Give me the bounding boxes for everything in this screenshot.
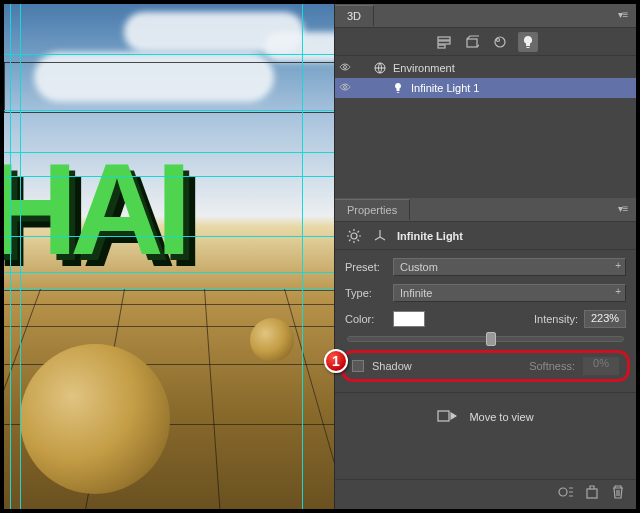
panel-menu-icon[interactable]: ▾≡ [616,203,630,217]
hay-bale [20,344,170,494]
softness-label: Softness: [529,360,575,372]
preset-label: Preset: [345,261,387,273]
svg-point-5 [496,38,499,41]
properties-panel-header: Properties ▾≡ [335,198,636,222]
type-label: Type: [345,287,387,299]
svg-rect-10 [438,411,449,421]
move-to-view-label[interactable]: Move to view [469,411,533,423]
tree-row[interactable]: Infinite Light 1 [335,78,636,98]
move-to-view-icon[interactable] [437,408,459,426]
tab-3d[interactable]: 3D [335,5,374,26]
color-label: Color: [345,313,387,325]
guide-horizontal [4,236,334,237]
guide-horizontal [4,152,334,153]
svg-point-8 [344,86,347,89]
guide-horizontal [4,272,334,273]
light-coordinates-icon[interactable] [371,227,389,245]
panel-menu-icon[interactable]: ▾≡ [616,9,630,23]
3d-filter-toolbar [335,28,636,56]
3d-viewport[interactable]: HAI [4,4,334,509]
hay-bale [250,318,294,362]
preset-dropdown[interactable]: Custom [393,258,626,276]
new-light-icon[interactable] [584,485,602,501]
guide-horizontal [4,176,334,177]
intensity-slider[interactable] [347,336,624,342]
lightbulb-icon [391,81,405,95]
filter-light-icon[interactable] [518,32,538,52]
svg-point-9 [351,233,357,239]
guide-vertical [302,4,303,509]
tree-row[interactable]: Environment [335,58,636,78]
visibility-eye-icon[interactable] [339,81,353,95]
properties-footer [335,479,636,505]
light-type-icon[interactable] [345,227,363,245]
visibility-eye-icon[interactable] [339,61,353,75]
annotation-callout: 1 [324,349,348,373]
shadow-checkbox[interactable] [352,360,364,372]
svg-rect-1 [438,41,450,44]
intensity-label: Intensity: [530,313,578,325]
filter-scene-icon[interactable] [434,32,454,52]
tree-item-label: Infinite Light 1 [411,82,480,94]
guide-horizontal [4,288,334,289]
properties-subtitle: Infinite Light [397,230,463,242]
filter-mesh-icon[interactable] [462,32,482,52]
3d-panel-header: 3D ▾≡ [335,4,636,28]
intensity-value[interactable]: 223% [584,310,626,328]
render-settings-icon[interactable] [558,485,576,501]
tab-properties[interactable]: Properties [335,199,410,220]
shadow-label: Shadow [372,360,412,372]
guide-horizontal [4,110,334,111]
svg-rect-3 [467,39,477,47]
3d-scene-tree: EnvironmentInfinite Light 1 [335,56,636,198]
guide-vertical [10,4,11,509]
svg-rect-2 [438,45,445,48]
guide-vertical [20,4,21,509]
svg-rect-12 [587,489,597,498]
svg-rect-0 [438,37,450,40]
3d-text: HAI [4,134,334,294]
svg-point-6 [344,66,347,69]
type-dropdown[interactable]: Infinite [393,284,626,302]
svg-point-4 [495,37,505,47]
tree-item-label: Environment [393,62,455,74]
filter-material-icon[interactable] [490,32,510,52]
color-swatch[interactable] [393,311,425,327]
softness-value: 0% [583,357,619,375]
guide-horizontal [4,54,334,55]
globe-icon [373,61,387,75]
svg-point-11 [559,488,567,496]
delete-icon[interactable] [610,485,628,501]
